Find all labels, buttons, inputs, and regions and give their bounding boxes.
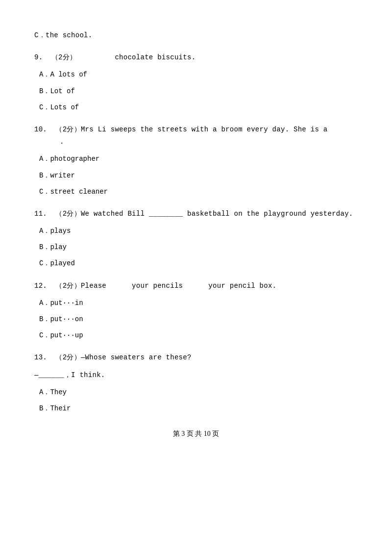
question-11: 11. （2分）We watched Bill ________ basketb… — [34, 208, 358, 270]
q10-option-b: B．writer — [34, 170, 358, 182]
q9-option-c: C．Lots of — [34, 101, 358, 114]
question-c-school: C．the school. — [34, 29, 358, 42]
question-11-text: 11. （2分）We watched Bill ________ basketb… — [34, 208, 358, 220]
q13-option-b: B．Their — [34, 403, 358, 415]
q10-option-c: C．street cleaner — [34, 186, 358, 198]
question-12-text: 12. （2分）Please your pencils your pencil … — [34, 280, 358, 292]
question-10-text: 10. （2分）Mrs Li sweeps the streets with a… — [34, 124, 358, 148]
question-13: 13. （2分）—Whose sweaters are these? —____… — [34, 352, 358, 415]
question-10: 10. （2分）Mrs Li sweeps the streets with a… — [34, 124, 358, 198]
q13-option-a: A．They — [34, 386, 358, 399]
q10-option-a: A．photographer — [34, 153, 358, 165]
question-13-subtext: —______，I think. — [34, 369, 358, 381]
question-13-text: 13. （2分）—Whose sweaters are these? — [34, 352, 358, 364]
page-footer: 第 3 页 共 10 页 — [34, 429, 358, 438]
q9-option-a: A．A lots of — [34, 69, 358, 81]
q12-option-c: C．put···up — [34, 329, 358, 342]
question-9: 9. （2分） chocolate biscuits. A．A lots of … — [34, 51, 358, 114]
q11-option-a: A．plays — [34, 225, 358, 237]
question-12: 12. （2分）Please your pencils your pencil … — [34, 280, 358, 342]
q11-option-b: B．play — [34, 241, 358, 253]
q9-option-b: B．Lot of — [34, 85, 358, 98]
footer-text: 第 3 页 共 10 页 — [173, 430, 220, 437]
q11-option-c: C．played — [34, 257, 358, 270]
question-9-text: 9. （2分） chocolate biscuits. — [34, 51, 358, 64]
question-text: C．the school. — [34, 29, 358, 42]
q12-option-b: B．put···on — [34, 313, 358, 326]
q12-option-a: A．put···in — [34, 297, 358, 309]
